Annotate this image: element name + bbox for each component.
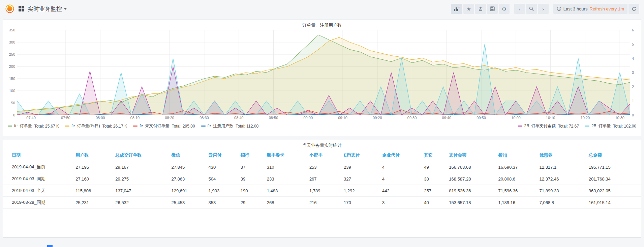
table-cell: 38 [421,173,446,185]
chart-panel-title[interactable]: 订单量、注册用户数 [3,20,641,29]
legend-item-2B_订单支付金额[interactable]: 2B_订单支付金额Total: 72.67 [518,123,579,129]
grafana-logo-icon[interactable] [5,4,15,14]
refresh-interval-label: Refresh every 1m [589,6,624,11]
y-axis-left: 050100150200250300350 [5,30,17,115]
dashboards-grid-icon[interactable] [19,6,24,11]
y-left-tick-label: 50 [11,101,15,105]
time-shift-forward-button[interactable]: › [538,4,549,14]
legend-color-swatch [518,126,522,127]
table-header-cell[interactable]: 小蜜丰 [306,149,340,161]
table-cell: 310 [264,161,306,173]
table-header-row: 日期用户数总成交订单数微信云闪付招行顺丰餐卡小蜜丰E币支付企业代付其它支付金额折… [3,149,641,161]
table-cell: 268 [264,197,306,209]
table-cell: 353 [205,197,237,209]
table-row[interactable]: 2019-04-04_当前27,19529,16727,845430373102… [3,161,641,173]
legend-item-fe_注册用户数[interactable]: fe_注册用户数Total: 112.00 [201,123,259,129]
table-cell: 27,195 [72,161,112,173]
table-cell: 161,915.14 [585,197,641,209]
legend-series-total: Total: 25.67 K [34,124,59,129]
table-header-cell[interactable]: 总金额 [585,149,641,161]
table-cell: 25,453 [168,197,205,209]
chart-panel: 订单量、注册用户数 050100150200250300350 07:4007:… [3,20,641,136]
table-cell: 504 [205,173,237,185]
chart-body: 050100150200250300350 07:4007:5008:0008:… [3,29,641,121]
x-tick-label: 08:40 [232,116,246,120]
table-header-cell[interactable]: 其它 [421,149,446,161]
legend-series-total: Total: 26.17 K [102,124,127,129]
y-left-tick-label: 200 [9,64,15,68]
x-tick-label: 08:10 [128,116,142,120]
time-series-plot[interactable] [17,30,630,115]
star-icon: ★ [466,6,471,11]
y-left-tick-label: 350 [9,28,15,32]
legend-series-name: fe_未支付订单量 [140,123,170,129]
legend-series-name: 2B_订单支付金额 [524,123,556,129]
table-header-cell[interactable]: 企业代付 [379,149,421,161]
table-header-cell[interactable]: 日期 [3,149,72,161]
table-cell: 190 [237,185,264,197]
star-button[interactable]: ★ [463,4,474,14]
table-cell: 137,047 [112,185,168,197]
table-cell: 26,532 [112,197,168,209]
table-header-cell[interactable]: 云闪付 [205,149,237,161]
table-cell: 1,292 [340,185,379,197]
table-cell: 3 [379,197,421,209]
bar-chart-icon [454,6,460,11]
table-panel-title[interactable]: 当天业务量实时统计 [3,140,641,149]
legend-color-swatch [585,126,589,127]
chevron-right-icon: › [542,6,544,11]
table-row[interactable]: 2019-04-03_同期27,16029,27527,863504392332… [3,173,641,185]
table-cell: 27,863 [168,173,205,185]
table-header-cell[interactable]: 总成交订单数 [112,149,168,161]
table-cell: 819,526.36 [446,185,495,197]
table-header-cell[interactable]: E币支付 [340,149,379,161]
save-button[interactable] [487,4,498,14]
clock-icon [557,6,561,11]
legend-item-fe_订单量[interactable]: fe_订单量Total: 25.67 K [8,123,59,129]
zoom-out-button[interactable] [526,4,537,14]
settings-button[interactable]: ⚙ [499,4,510,14]
table-cell: 166,763.68 [446,161,495,173]
table-header-cell[interactable]: 招行 [237,149,264,161]
add-panel-button[interactable] [451,4,462,14]
table-header-cell[interactable]: 微信 [168,149,205,161]
table-header-cell[interactable]: 支付金额 [446,149,495,161]
x-tick-label: 09:00 [301,116,315,120]
table-row[interactable]: 2019-03-28_同期25,23126,53225,453353292682… [3,197,641,209]
x-tick-label: 09:50 [474,116,488,120]
table-row[interactable]: 2019-04-03_全天115,806137,047129,6911,9031… [3,185,641,197]
table-cell: 37 [237,161,264,173]
y-left-tick-label: 250 [9,52,15,56]
x-tick-label: 10:30 [613,116,626,120]
table-cell: 2019-04-03_全天 [3,185,72,197]
browser-artifact [47,245,53,247]
table-cell: 327 [340,173,379,185]
legend-series-total: Total: 112.00 [236,124,258,129]
y-right-tick-label: 6 [632,28,634,32]
table-cell: 2019-04-04_当前 [3,161,72,173]
refresh-button[interactable] [628,4,639,14]
table-cell: 267 [306,173,340,185]
table-header-cell[interactable]: 优惠券 [536,149,585,161]
table-header-cell[interactable]: 用户数 [72,149,112,161]
table-header-cell[interactable]: 顺丰餐卡 [264,149,306,161]
share-button[interactable] [475,4,486,14]
save-icon [490,6,495,11]
table-cell: 1,189.16 [495,197,536,209]
table-cell: 20,808.6 [495,173,536,185]
table-cell: 201,768.34 [585,173,641,185]
time-shift-back-button[interactable]: ‹ [514,4,525,14]
y-right-tick-label: 2 [632,85,634,89]
x-axis: 07:4007:5008:0008:1008:2008:3008:4008:50… [17,115,630,121]
legend-item-2B_订单量[interactable]: 2B_订单量Total: 102.00 [585,123,636,129]
legend-color-swatch [201,126,206,127]
table-cell: 442 [379,185,421,197]
table-cell: 170 [340,197,379,209]
legend-item-fe_订单量(昨日)[interactable]: fe_订单量(昨日)Total: 26.17 K [65,123,127,129]
legend-item-fe_未支付订单量[interactable]: fe_未支付订单量Total: 295.00 [133,123,195,129]
table-header-cell[interactable]: 折扣 [495,149,536,161]
chevron-down-icon [64,8,67,10]
time-picker-button[interactable]: Last 3 hours Refresh every 1m [553,4,627,14]
dashboard-title-dropdown[interactable]: 实时业务监控 [28,5,67,13]
dashboard-title: 实时业务监控 [28,5,62,13]
